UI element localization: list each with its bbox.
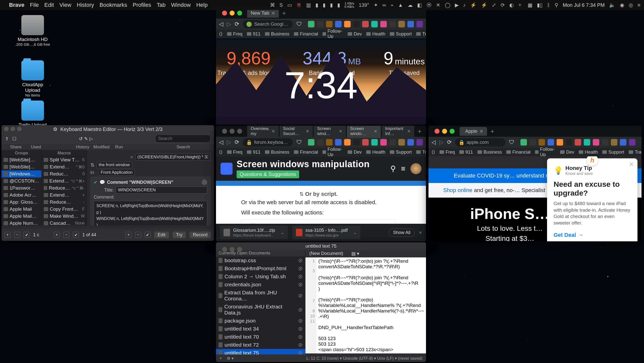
browser-tab[interactable]: Important Inf…✕ <box>382 126 414 138</box>
extension-icon[interactable] <box>520 139 527 146</box>
extension-icon[interactable] <box>620 139 626 146</box>
close-downloads-bar[interactable]: ✕ <box>419 230 422 235</box>
menu-bookmarks[interactable]: Bookmarks <box>99 2 127 8</box>
extension-icon[interactable] <box>335 21 342 27</box>
show-all-downloads[interactable]: Show All <box>389 229 415 237</box>
km-search[interactable] <box>155 135 210 143</box>
status-icon[interactable]: ⚡ <box>481 2 487 8</box>
status-icon[interactable]: ▥ <box>306 2 311 8</box>
reload-button[interactable]: ⟳ <box>235 21 239 27</box>
bookmarks-overflow[interactable]: ⟨⟩ <box>219 149 223 155</box>
tab-apple[interactable]: Apple✕ <box>460 127 487 136</box>
status-icon[interactable]: ▲ <box>398 2 403 8</box>
category-badge[interactable]: Questions & Suggestions <box>237 170 299 178</box>
status-icon[interactable]: ⌁ <box>391 2 394 8</box>
back-button[interactable]: ◁ <box>219 21 223 27</box>
km-group-row[interactable]: @CCSTON… <box>2 177 41 185</box>
status-icon[interactable]: ✕ <box>436 2 440 8</box>
used-toggle[interactable]: ☐ <box>12 136 16 142</box>
battery-icon[interactable]: ▮▯ <box>537 2 543 8</box>
bookmark-folder[interactable]: Financial <box>506 150 530 155</box>
back-button[interactable]: ◁ <box>432 139 436 146</box>
extension-icon[interactable] <box>389 21 396 27</box>
reload-button[interactable]: ⟳ <box>235 139 239 146</box>
bookmark-folder[interactable]: Health <box>366 150 385 155</box>
extension-icon[interactable] <box>371 139 378 146</box>
status-icon[interactable]: ◯ <box>445 2 450 8</box>
close-tab-icon[interactable]: ✕ <box>271 10 275 16</box>
desktop-icon-macintosh-hd[interactable]: Macintosh HD .205 GB…,6 GB free <box>15 15 50 47</box>
extension-icon[interactable] <box>353 139 360 146</box>
search-icon[interactable]: ⚲ <box>390 164 396 173</box>
document-row[interactable]: untitled text 34⊘ <box>216 325 305 333</box>
km-title-input[interactable] <box>116 187 207 194</box>
extension-icon[interactable] <box>416 21 423 27</box>
km-group-row[interactable]: Apple Mail <box>2 206 41 213</box>
status-icon[interactable]: ▭ <box>287 2 292 8</box>
km-macro-row[interactable]: Extend…+ <box>42 192 87 199</box>
km-macro-row[interactable]: Copy Front…F <box>42 206 87 213</box>
download-item[interactable]: ssa-3105 - Info….pdfhttps://www.ssa.gov⌄ <box>292 226 360 239</box>
bookmark-folder[interactable]: Business <box>265 150 289 155</box>
traffic-lights[interactable] <box>431 126 458 137</box>
forward-button[interactable]: ▷ <box>227 139 231 146</box>
bookmark-folder[interactable]: 911 <box>459 150 473 155</box>
extension-icon[interactable] <box>326 21 333 27</box>
reload-button[interactable]: ⟳ <box>447 139 452 146</box>
bookmark-folder[interactable]: Health <box>366 31 385 37</box>
brave-window-newtab[interactable]: New Tab✕ + ◁ ▷ ⟳ 🟢 Search Googl… 🛡 ⟨⟩Fre… <box>216 8 426 125</box>
chevron-down-icon[interactable]: ⌄ <box>281 230 284 235</box>
volume-icon[interactable]: 🔈 <box>609 2 615 8</box>
bluetooth-icon[interactable]: ᛒ <box>547 2 550 8</box>
km-expr-field[interactable] <box>135 154 210 161</box>
close-tab-icon[interactable]: ✕ <box>407 129 411 134</box>
bookmark-folder[interactable]: Training <box>629 150 641 155</box>
km-group-row[interactable]: Apple Mail… <box>2 213 41 220</box>
address-bar[interactable]: 🔒forum.keyboa… <box>243 138 293 147</box>
extension-icon[interactable] <box>335 139 342 146</box>
remove-macro[interactable]: − <box>63 232 69 238</box>
keyboard-maestro-window[interactable]: ⚙︎ Keyboard Maestro Editor — Horiz 3/3 V… <box>2 125 214 241</box>
forward-button[interactable]: ▷ <box>227 21 231 27</box>
record-button[interactable]: Record <box>189 232 211 238</box>
bookmarks-overflow[interactable]: ⟨⟩ <box>432 149 435 155</box>
menubar[interactable]: Brave File Edit View History Bookmarks P… <box>0 0 644 10</box>
address-bar[interactable]: 🟢 Search Googl… <box>243 20 293 28</box>
status-icon[interactable]: ▮ <box>330 2 333 8</box>
extension-icon[interactable] <box>317 139 324 146</box>
km-app-select[interactable]: Front Application <box>98 169 135 176</box>
document-row[interactable]: untitled text 70⊘ <box>216 333 305 341</box>
shields-icon[interactable]: 🛡 <box>296 21 302 27</box>
document-row[interactable]: untitled text 72⊘ <box>216 341 305 349</box>
bookmark-folder[interactable]: Health <box>579 150 598 155</box>
status-icon[interactable]: ▮ <box>323 2 326 8</box>
sidebar-config[interactable]: ⚙︎ ▾ <box>227 356 233 361</box>
document-row[interactable]: bootstrap.css⊘ <box>216 256 305 264</box>
bookmark-folder[interactable]: Freq <box>227 31 242 37</box>
traffic-lights[interactable] <box>219 126 246 137</box>
menu-tab[interactable]: Tab <box>157 2 166 8</box>
extension-icon[interactable] <box>416 139 423 146</box>
enable-group[interactable]: ✔ <box>24 232 30 238</box>
browser-tab[interactable]: Screen wind…✕ <box>314 126 346 138</box>
status-icon[interactable]: ▮ <box>315 2 318 8</box>
brave-window-apple[interactable]: Apple✕ + ◁ ▷ ⟳ 🔒apple.com 🛡 ⟨⟩Freq911Bus… <box>428 126 641 241</box>
status-icon[interactable]: ▦ <box>528 2 532 8</box>
new-tab-button[interactable]: + <box>489 127 496 135</box>
editor[interactable]: 1 3 7 91011 (?mis)^(\R--~*?\R(?:on|to) j… <box>305 257 426 353</box>
download-item[interactable]: Glossarium.10f….ziphttps://forum.keyboar… <box>220 226 288 239</box>
desktop-icon-cloudapp[interactable]: CloudApp Upload No items <box>15 60 50 97</box>
km-group-row[interactable]: [WebSite]… <box>2 156 41 163</box>
extension-icon[interactable] <box>308 21 314 27</box>
extension-icon[interactable] <box>398 21 405 27</box>
bookmark-folder[interactable]: Training <box>416 150 426 155</box>
extension-icon[interactable] <box>380 139 387 146</box>
status-icon[interactable]: ∞ <box>383 2 386 8</box>
km-group-row[interactable]: [Windows… <box>2 170 41 177</box>
shields-icon[interactable]: 🛡 <box>296 139 302 146</box>
close-tab-icon[interactable]: ✕ <box>479 128 484 134</box>
extension-icon[interactable] <box>539 139 545 146</box>
status-icon[interactable]: ▶ <box>455 2 459 8</box>
status-icon[interactable]: ◧ <box>417 2 422 8</box>
action-gear-icon[interactable] <box>202 179 207 185</box>
